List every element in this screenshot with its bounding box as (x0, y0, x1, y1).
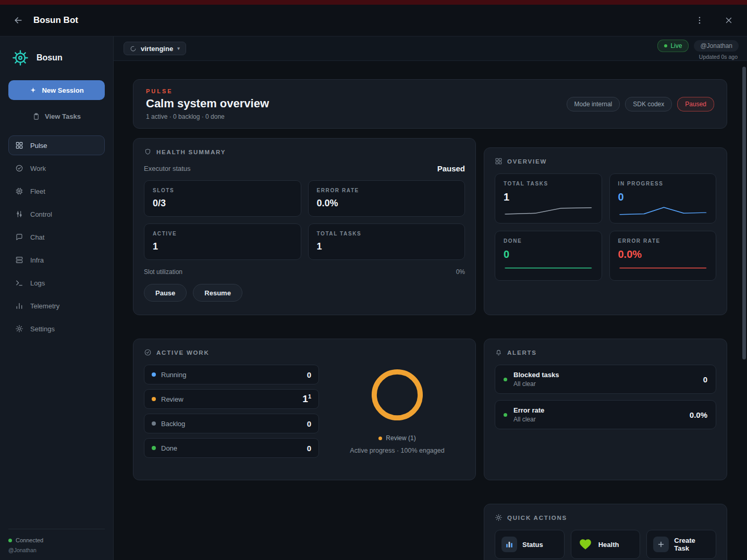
cpu-icon (15, 187, 23, 195)
chat-bubble-icon (15, 233, 23, 241)
live-dot-icon (664, 44, 667, 47)
pulse-eyebrow: PULSE (146, 88, 269, 94)
close-icon (724, 16, 733, 25)
stat-label: SLOTS (153, 188, 292, 193)
ok-dot-icon (504, 378, 507, 381)
more-menu-button[interactable] (691, 11, 708, 29)
sidebar-item-fleet[interactable]: Fleet (8, 181, 105, 201)
grid-icon (495, 157, 503, 165)
check-circle-icon (15, 164, 23, 172)
sidebar-item-settings[interactable]: Settings (8, 319, 105, 339)
stat-slots: SLOTS 0/3 (144, 180, 301, 217)
sidebar-item-label: Fleet (30, 188, 45, 195)
alert-title: Blocked tasks (513, 371, 559, 379)
overview-title: OVERVIEW (507, 158, 547, 165)
stat-value: 0 (618, 191, 708, 203)
sidebar-footer: Connected @Jonathan (8, 529, 105, 553)
alerts-card: ALERTS Blocked tasks All clear 0 (484, 339, 727, 480)
chevron-down-icon: ▾ (177, 46, 180, 51)
updated-timestamp: Updated 0s ago (699, 54, 739, 60)
sidebar-item-logs[interactable]: Logs (8, 273, 105, 293)
stat-label: ERROR RATE (317, 188, 457, 193)
work-row-value: 0 (307, 419, 311, 428)
sidebar-item-work[interactable]: Work (8, 158, 105, 178)
pause-button[interactable]: Pause (144, 284, 187, 302)
review-dot-icon (152, 397, 156, 401)
alert-subtitle: All clear (513, 416, 544, 423)
spinner-circle-icon (130, 45, 137, 52)
error-rate-sparkline (618, 263, 708, 273)
view-tasks-label: View Tasks (45, 113, 81, 120)
stat-value: 0.0% (317, 198, 457, 209)
scrollbar-thumb[interactable] (742, 67, 746, 359)
health-summary-title: HEALTH SUMMARY (156, 149, 226, 155)
live-label: Live (670, 42, 682, 49)
health-action-button[interactable]: Health (571, 530, 641, 559)
stat-value: 0/3 (153, 198, 292, 209)
main-topbar: virtengine ▾ Live @Jonathan Updated 0s a… (114, 36, 747, 61)
alert-row-blocked-tasks: Blocked tasks All clear 0 (495, 365, 716, 394)
close-button[interactable] (720, 11, 738, 29)
main-area: virtengine ▾ Live @Jonathan Updated 0s a… (114, 36, 747, 560)
action-label: Status (522, 541, 543, 549)
active-work-donut-panel: Review (1) Active progress · 100% engage… (329, 365, 465, 458)
overview-error-rate: ERROR RATE 0.0% (609, 231, 717, 281)
quick-actions-card: QUICK ACTIONS Status (484, 504, 727, 560)
sidebar-item-chat[interactable]: Chat (8, 227, 105, 247)
review-count-badge: 1 (308, 393, 311, 400)
divider (8, 529, 105, 529)
sidebar-item-control[interactable]: Control (8, 204, 105, 224)
stat-label: IN PROGRESS (618, 181, 708, 186)
connection-status: Connected (8, 537, 105, 543)
status-action-button[interactable]: Status (495, 530, 565, 559)
create-task-action-button[interactable]: Create Task (646, 530, 716, 559)
sidebar-item-label: Work (30, 165, 46, 172)
ok-dot-icon (504, 413, 507, 417)
quick-actions-row: Status Health (495, 530, 716, 559)
stat-value: 0.0% (618, 248, 708, 260)
view-tasks-button[interactable]: View Tasks (8, 107, 105, 125)
bell-icon (495, 349, 503, 356)
sidebar-nav: Pulse Work Fleet Control Chat (8, 135, 105, 339)
sidebar-item-telemetry[interactable]: Telemetry (8, 296, 105, 316)
content-scroll-area: PULSE Calm system overview 1 active · 0 … (114, 61, 747, 560)
action-label: Create Task (674, 537, 709, 552)
work-row-value: 0 (307, 370, 311, 379)
pulse-chips: Mode internal SDK codex Paused (567, 97, 714, 111)
sidebar-item-label: Infra (30, 256, 44, 264)
gear-icon (15, 325, 23, 333)
connected-label: Connected (16, 537, 43, 543)
back-button[interactable] (9, 11, 27, 29)
project-name: virtengine (141, 45, 173, 53)
project-dropdown[interactable]: virtengine ▾ (124, 42, 186, 55)
clipboard-icon (32, 113, 40, 120)
active-work-list: Running 0 Review 11 Ba (144, 365, 319, 458)
stat-total-tasks: TOTAL TASKS 1 (308, 223, 466, 260)
resume-button[interactable]: Resume (193, 284, 242, 302)
work-row-backlog: Backlog 0 (144, 414, 319, 433)
kebab-menu-icon (695, 16, 704, 25)
sidebar: Bosun New Session View Tasks Pulse (0, 36, 114, 560)
executor-status-label: Executor status (144, 165, 191, 172)
action-label: Health (598, 541, 619, 549)
app-title: Bosun Bot (33, 15, 78, 26)
sidebar-item-pulse[interactable]: Pulse (8, 135, 105, 155)
work-row-value: 11 (302, 393, 311, 405)
stat-active: ACTIVE 1 (144, 223, 301, 260)
sidebar-item-infra[interactable]: Infra (8, 250, 105, 270)
stat-label: TOTAL TASKS (317, 231, 457, 237)
sliders-icon (15, 210, 23, 218)
executor-status-value: Paused (437, 164, 465, 173)
sidebar-item-label: Logs (30, 279, 45, 287)
work-row-done: Done 0 (144, 438, 319, 458)
health-summary-card: HEALTH SUMMARY Executor status Paused SL… (133, 138, 476, 315)
new-session-button[interactable]: New Session (8, 80, 105, 100)
donut-legend: Review (1) (378, 434, 415, 442)
stat-value: 0 (504, 248, 593, 260)
mode-chip: Mode internal (567, 97, 620, 111)
alert-subtitle: All clear (513, 380, 559, 388)
active-work-title: ACTIVE WORK (156, 350, 210, 356)
window-top-strip (0, 0, 747, 5)
alert-row-error-rate: Error rate All clear 0.0% (495, 400, 716, 429)
work-row-review: Review 11 (144, 389, 319, 409)
